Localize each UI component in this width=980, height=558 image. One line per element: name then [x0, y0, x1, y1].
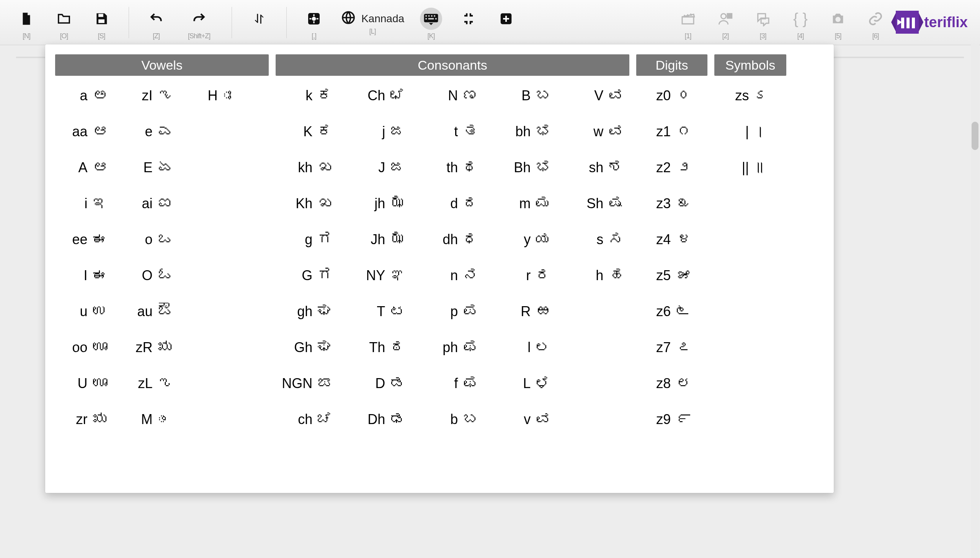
key-cell[interactable]: gಗ — [276, 230, 348, 247]
key-cell[interactable]: shಶ — [566, 158, 639, 175]
key-cell[interactable]: ghಘ — [276, 302, 348, 319]
key-cell[interactable]: Iಈ — [55, 266, 120, 283]
camera-button[interactable]: [5] — [821, 5, 855, 40]
key-cell[interactable] — [566, 338, 639, 355]
key-cell[interactable]: z9೯ — [636, 410, 705, 427]
key-cell[interactable]: ||॥ — [714, 158, 783, 175]
open-button[interactable]: [O] — [47, 5, 81, 40]
settings-button[interactable]: [,] — [297, 5, 331, 40]
key-cell[interactable] — [185, 302, 250, 319]
key-cell[interactable]: dhಧ — [421, 230, 494, 247]
key-cell[interactable]: aaಆ — [55, 123, 120, 140]
undo-button[interactable]: [Z] — [139, 5, 173, 40]
key-cell[interactable]: auಔ — [120, 302, 185, 319]
new-file-button[interactable]: [N] — [9, 5, 44, 40]
key-cell[interactable]: NYಞ — [348, 266, 421, 283]
key-cell[interactable]: Gಗ — [276, 266, 348, 283]
key-cell[interactable]: z6೬ — [636, 302, 705, 319]
key-cell[interactable]: aಅ — [55, 87, 120, 103]
key-cell[interactable]: vವ — [494, 410, 566, 427]
key-cell[interactable]: Kಕ — [276, 123, 348, 140]
key-cell[interactable]: Rಱ — [494, 302, 566, 319]
key-cell[interactable]: Chಛ — [348, 87, 421, 103]
key-cell[interactable]: kಕ — [276, 87, 348, 103]
key-cell[interactable]: nನ — [421, 266, 494, 283]
key-cell[interactable]: iಇ — [55, 194, 120, 211]
key-cell[interactable] — [185, 338, 250, 355]
key-cell[interactable]: lಲ — [494, 338, 566, 355]
key-cell[interactable]: Thಠ — [348, 338, 421, 355]
key-cell[interactable]: Nಣ — [421, 87, 494, 103]
key-cell[interactable]: zrಋ — [55, 410, 120, 427]
key-cell[interactable]: zRಋ — [120, 338, 185, 355]
sort-button[interactable] — [242, 5, 276, 32]
brand-logo[interactable]: teriflix — [896, 5, 971, 34]
key-cell[interactable] — [185, 194, 250, 211]
key-cell[interactable]: uಉ — [55, 302, 120, 319]
key-cell[interactable]: zIೡ — [120, 87, 185, 103]
key-cell[interactable] — [185, 374, 250, 391]
braces-button[interactable]: { } [4] — [783, 5, 817, 40]
key-cell[interactable]: zLಌ — [120, 374, 185, 391]
key-cell[interactable]: Mಂ — [120, 410, 185, 427]
scenes-button[interactable]: [1] — [671, 5, 705, 40]
collapse-button[interactable] — [451, 5, 486, 32]
key-cell[interactable]: phಫ — [421, 338, 494, 355]
save-button[interactable]: [S] — [84, 5, 119, 40]
key-cell[interactable] — [714, 410, 783, 427]
key-cell[interactable]: z0೦ — [636, 87, 705, 103]
key-cell[interactable]: Dಡ — [348, 374, 421, 391]
key-cell[interactable]: tತ — [421, 123, 494, 140]
key-cell[interactable]: Oಓ — [120, 266, 185, 283]
key-cell[interactable]: Hಃ — [185, 87, 250, 103]
key-cell[interactable]: rರ — [494, 266, 566, 283]
key-cell[interactable] — [714, 194, 783, 211]
key-cell[interactable]: eಎ — [120, 123, 185, 140]
key-cell[interactable]: Tಟ — [348, 302, 421, 319]
key-cell[interactable]: Bhಭ — [494, 158, 566, 175]
key-cell[interactable]: khಖ — [276, 158, 348, 175]
key-cell[interactable]: jಜ — [348, 123, 421, 140]
key-cell[interactable]: Dhಢ — [348, 410, 421, 427]
key-cell[interactable]: Shಷ — [566, 194, 639, 211]
key-cell[interactable]: Jಜ — [348, 158, 421, 175]
key-cell[interactable]: z3೩ — [636, 194, 705, 211]
key-cell[interactable] — [185, 410, 250, 427]
key-cell[interactable]: Lಳ — [494, 374, 566, 391]
key-cell[interactable]: Eಏ — [120, 158, 185, 175]
key-cell[interactable]: z2೨ — [636, 158, 705, 175]
key-cell[interactable]: sಸ — [566, 230, 639, 247]
key-cell[interactable]: Jhಝ — [348, 230, 421, 247]
key-cell[interactable] — [714, 374, 783, 391]
key-cell[interactable]: z5೫ — [636, 266, 705, 283]
key-cell[interactable]: Uಊ — [55, 374, 120, 391]
key-cell[interactable]: mಮ — [494, 194, 566, 211]
add-button[interactable] — [489, 5, 523, 32]
key-cell[interactable]: jhಝ — [348, 194, 421, 211]
key-cell[interactable] — [714, 266, 783, 283]
key-cell[interactable] — [714, 302, 783, 319]
key-cell[interactable]: wವ — [566, 123, 639, 140]
key-cell[interactable] — [185, 123, 250, 140]
key-cell[interactable]: chಚ — [276, 410, 348, 427]
key-cell[interactable] — [185, 266, 250, 283]
key-cell[interactable]: z1೧ — [636, 123, 705, 140]
key-cell[interactable]: dದ — [421, 194, 494, 211]
key-cell[interactable]: z8೮ — [636, 374, 705, 391]
key-cell[interactable] — [714, 338, 783, 355]
key-cell[interactable]: zsಽ — [714, 87, 783, 103]
key-cell[interactable]: ooಊ — [55, 338, 120, 355]
key-cell[interactable]: NGNಙ — [276, 374, 348, 391]
key-cell[interactable]: Ghಘ — [276, 338, 348, 355]
key-cell[interactable]: z7೭ — [636, 338, 705, 355]
key-cell[interactable]: z4೪ — [636, 230, 705, 247]
key-cell[interactable]: hಹ — [566, 266, 639, 283]
key-cell[interactable]: bhಭ — [494, 123, 566, 140]
key-cell[interactable] — [185, 158, 250, 175]
key-cell[interactable]: eeಈ — [55, 230, 120, 247]
key-cell[interactable]: fಫ — [421, 374, 494, 391]
key-cell[interactable]: oಒ — [120, 230, 185, 247]
key-cell[interactable]: aiಐ — [120, 194, 185, 211]
key-cell[interactable]: Khಖ — [276, 194, 348, 211]
key-cell[interactable]: Aಆ — [55, 158, 120, 175]
